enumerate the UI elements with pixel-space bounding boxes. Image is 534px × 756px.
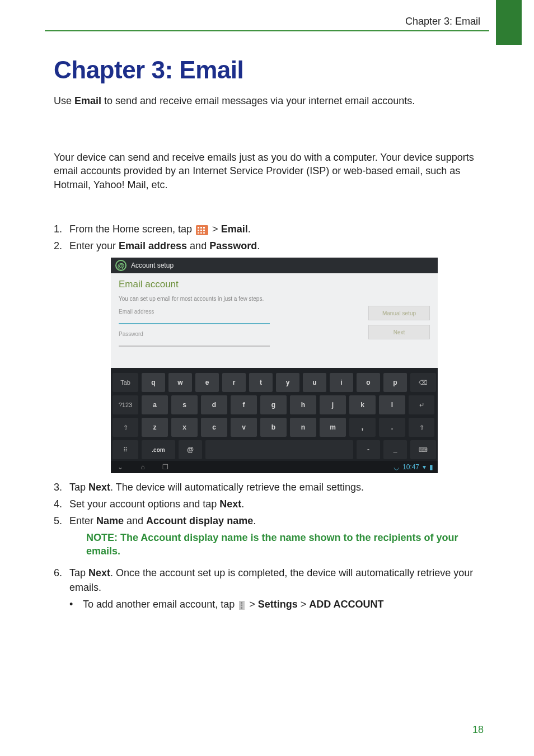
step5-mid: and (124, 515, 146, 526)
step1-bold: Email (221, 223, 248, 235)
step2-b1: Email address (119, 240, 187, 251)
step2-post: . (257, 240, 260, 251)
overflow-menu-icon (239, 601, 245, 610)
key-z[interactable]: z (142, 418, 168, 437)
key-d[interactable]: d (201, 395, 227, 414)
key-shift-left[interactable]: ⇧ (113, 418, 138, 437)
svg-rect-7 (198, 232, 199, 234)
page-number: 18 (472, 724, 484, 736)
nav-bar: ⌄ ⌂ ❐ ◡ 10:47 ▾ ▮ (111, 461, 438, 473)
key-h[interactable]: h (290, 395, 316, 414)
page-accent-tab (496, 0, 522, 45)
svg-rect-10 (241, 602, 242, 604)
nav-recent-icon[interactable]: ❐ (160, 463, 170, 471)
step6-sub-bullet: • To add another email account, tap > Se… (69, 597, 480, 612)
screenshot-wrapper: @ Account setup Email account You can se… (111, 258, 480, 473)
key-e[interactable]: e (195, 373, 219, 392)
step-6: 6. Tap Next. Once the account set up is … (54, 566, 480, 595)
chapter-title: Chapter 3: Email (54, 56, 480, 84)
key-voice[interactable]: ⠿ (113, 440, 138, 459)
key-a[interactable]: a (142, 395, 168, 414)
signal-icon: ▾ (423, 463, 426, 471)
key-w[interactable]: w (168, 373, 192, 392)
step4-post: . (241, 498, 244, 510)
s6b-gt2: > (298, 599, 310, 610)
step-1: 1. From the Home screen, tap > Email. (54, 222, 480, 236)
step-num: 6. (54, 566, 69, 595)
step1-post2: . (248, 223, 251, 235)
key-period[interactable]: . (379, 418, 405, 437)
key-enter[interactable]: ↵ (409, 395, 434, 414)
device-screenshot: @ Account setup Email account You can se… (111, 258, 438, 473)
key-n[interactable]: n (290, 418, 316, 437)
bullet-mark: • (69, 597, 83, 612)
svg-rect-2 (200, 227, 202, 228)
key-comma[interactable]: , (349, 418, 376, 437)
wifi-icon: ◡ (394, 463, 399, 471)
key-dash[interactable]: - (357, 440, 380, 459)
note-label: NOTE: (86, 532, 118, 543)
manual-setup-button[interactable]: Manual setup (368, 306, 430, 320)
section-paragraph: Your device can send and receive emails … (54, 151, 480, 192)
key-b[interactable]: b (260, 418, 287, 437)
key-o[interactable]: o (357, 373, 380, 392)
key-y[interactable]: y (276, 373, 299, 392)
svg-rect-3 (203, 227, 205, 228)
key-x[interactable]: x (171, 418, 198, 437)
note-bold: Account display name (140, 532, 247, 543)
step3-b1: Next (88, 482, 110, 493)
key-j[interactable]: j (320, 395, 346, 414)
header-divider (45, 30, 489, 31)
key-s[interactable]: s (171, 395, 198, 414)
key-tab[interactable]: Tab (113, 373, 138, 392)
step4-b1: Next (219, 498, 241, 510)
topbar-title: Account setup (131, 262, 174, 269)
step-num: 4. (54, 497, 69, 511)
key-keyboard-toggle[interactable]: ⌨ (410, 440, 436, 459)
key-at[interactable]: @ (179, 440, 202, 459)
key-m[interactable]: m (320, 418, 346, 437)
intro-paragraph: Use Email to send and receive email mess… (54, 94, 480, 108)
steps-list-continued: 3. Tap Next. The device will automatical… (54, 480, 480, 528)
apps-grid-icon (196, 225, 208, 235)
steps-list-end: 6. Tap Next. Once the account set up is … (54, 566, 480, 595)
key-i[interactable]: i (330, 373, 353, 392)
status-bar: ◡ 10:47 ▾ ▮ (394, 463, 433, 471)
key-c[interactable]: c (201, 418, 227, 437)
s6b-b1: Settings (258, 599, 298, 610)
email-field[interactable] (119, 315, 270, 324)
key-backspace[interactable]: ⌫ (410, 373, 436, 392)
step6-b1: Next (88, 567, 110, 578)
key-p[interactable]: p (383, 373, 407, 392)
key-shift-right[interactable]: ⇧ (409, 418, 434, 437)
steps-list: 1. From the Home screen, tap > Email. 2.… (54, 222, 480, 253)
key-q[interactable]: q (142, 373, 165, 392)
next-button[interactable]: Next (368, 325, 430, 339)
key-v[interactable]: v (231, 418, 257, 437)
key-symbols[interactable]: ?123 (113, 395, 138, 414)
step6-pre: Tap (69, 567, 88, 578)
key-g[interactable]: g (260, 395, 287, 414)
s6b-b2: ADD ACCOUNT (309, 599, 383, 610)
key-k[interactable]: k (349, 395, 376, 414)
step-num: 1. (54, 222, 69, 236)
key-r[interactable]: r (222, 373, 246, 392)
key-t[interactable]: t (249, 373, 273, 392)
password-field[interactable] (119, 338, 270, 347)
step5-post: . (253, 515, 256, 526)
key-space[interactable] (205, 440, 353, 459)
key-underscore[interactable]: _ (383, 440, 407, 459)
step-5: 5. Enter Name and Account display name. (54, 514, 480, 528)
key-u[interactable]: u (303, 373, 326, 392)
nav-home-icon[interactable]: ⌂ (138, 463, 148, 471)
email-icon: @ (115, 260, 127, 271)
step-num: 5. (54, 514, 69, 528)
step5-note: NOTE: The Account display name is the na… (86, 531, 480, 558)
key-l[interactable]: l (379, 395, 405, 414)
key-dotcom[interactable]: .com (142, 440, 175, 459)
nav-back-icon[interactable]: ⌄ (115, 463, 125, 471)
svg-rect-1 (198, 227, 199, 228)
key-f[interactable]: f (231, 395, 257, 414)
step5-b1: Name (96, 515, 124, 526)
step5-pre: Enter (69, 515, 96, 526)
